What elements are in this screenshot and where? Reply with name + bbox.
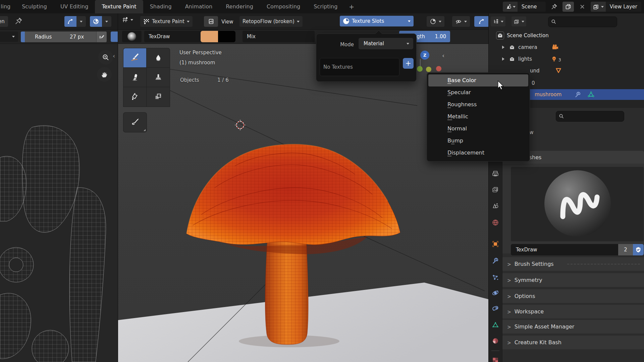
workspace-tab-compositing[interactable]: Compositing	[260, 0, 307, 13]
gizmo-axis-ball[interactable]	[436, 66, 441, 71]
tab-scene-icon[interactable]	[492, 202, 499, 209]
tab-modifiers-icon[interactable]	[492, 257, 499, 264]
pan-button[interactable]	[97, 67, 112, 82]
properties-search-input[interactable]	[566, 113, 621, 119]
blend-mode-dropdown[interactable]: Mix	[243, 31, 315, 42]
editor-type-dropdown[interactable]	[121, 16, 133, 23]
properties-search[interactable]	[556, 111, 624, 122]
gizmo-z-axis[interactable]: Z	[420, 51, 429, 60]
tool-draw-brush[interactable]	[123, 48, 147, 68]
scene-selector[interactable]: Scene	[503, 2, 546, 12]
texture-slots-dropdown[interactable]: Texture Slots	[340, 16, 414, 26]
tool-fill[interactable]	[123, 87, 147, 107]
pin-scene-button[interactable]	[548, 2, 560, 12]
scene-name[interactable]: Scene	[518, 4, 546, 10]
tool-annotate[interactable]	[123, 113, 147, 132]
retopoflow-dropdown[interactable]: RetopoFlow (broken)	[239, 16, 303, 27]
outliner-display-mode-dropdown[interactable]	[491, 16, 505, 26]
new-scene-button[interactable]	[562, 2, 574, 12]
menu-item-roughness[interactable]: Roughness	[428, 99, 528, 111]
workspace-tab-sculpting[interactable]: Sculpting	[15, 0, 54, 13]
menu-item-displacement[interactable]: Displacement	[428, 147, 528, 159]
panel-simple-asset-manager[interactable]: > Simple Asset Manager	[502, 319, 644, 334]
material-mode-select[interactable]: Material	[359, 38, 413, 49]
disclosure-arrow-icon[interactable]	[502, 57, 504, 61]
tab-material-icon[interactable]	[492, 337, 499, 345]
tool-smear[interactable]	[123, 68, 147, 87]
gizmo-x-axis[interactable]	[426, 67, 431, 72]
tab-particles-icon[interactable]	[492, 274, 499, 281]
texture-slots-list[interactable]: No Textures	[320, 58, 399, 76]
tab-view-layer-icon[interactable]	[492, 186, 499, 193]
zoom-button[interactable]	[98, 50, 113, 65]
menu-item-specular[interactable]: Specular	[428, 86, 528, 99]
panel-workspace[interactable]: > Workspace	[502, 304, 644, 318]
scene-icon	[505, 3, 512, 10]
add-texture-button[interactable]: +	[403, 58, 414, 69]
menu-item-normal[interactable]: Normal	[428, 123, 528, 135]
brush-preview-box[interactable]	[511, 167, 644, 241]
brush-falloff-dropdown[interactable]	[427, 16, 444, 27]
workspace-tab-scripting[interactable]: Scripting	[307, 0, 344, 13]
brush-dropdown[interactable]	[0, 32, 18, 42]
workspace-tab-animation[interactable]: Animation	[178, 0, 219, 13]
brush-users-count[interactable]: 2	[618, 244, 633, 255]
pressure-toggle[interactable]	[96, 32, 107, 42]
panel-options[interactable]: > Options	[502, 289, 644, 303]
outliner-search-input[interactable]	[558, 19, 614, 25]
collapse-sidebar-arrow[interactable]: ‹	[113, 52, 115, 59]
tab-object-icon[interactable]	[492, 240, 499, 248]
gizmo-y-axis[interactable]	[417, 66, 423, 72]
view-menu[interactable]: View	[221, 19, 233, 25]
mode-dropdown[interactable]: Texture Paint	[140, 16, 193, 27]
pin-icon[interactable]	[14, 17, 23, 25]
radius-slider[interactable]: Radius 27 px	[21, 32, 107, 42]
workspace-tab-shading[interactable]: Shading	[143, 0, 178, 13]
panel-creature-kit-bash[interactable]: > Creature Kit Bash	[502, 335, 644, 349]
menu-item-bump[interactable]: Bump	[428, 135, 528, 147]
image-editor-canvas[interactable]	[0, 44, 118, 362]
row-scene-collection[interactable]: Scene Collection	[489, 31, 644, 41]
menu-item-base-color[interactable]: Base Color	[428, 74, 528, 86]
add-workspace-button[interactable]: +	[344, 0, 359, 13]
tab-constraints-icon[interactable]	[492, 305, 499, 312]
falloff-shape-dropdown[interactable]	[90, 16, 111, 27]
row-camera-collection[interactable]: camera	[489, 42, 644, 52]
outliner-search[interactable]	[548, 16, 617, 27]
workspace-tab-rendering[interactable]: Rendering	[219, 0, 260, 13]
tab-texture-icon[interactable]	[492, 357, 499, 362]
row-lights-collection[interactable]: lights 3	[489, 54, 644, 64]
delete-scene-button[interactable]	[577, 2, 588, 12]
brush-name-field[interactable]: TexDraw	[144, 31, 203, 42]
outliner-filter-dropdown[interactable]	[512, 16, 526, 26]
menu-item-metallic[interactable]: Metallic	[428, 111, 528, 123]
tab-output-icon[interactable]	[492, 170, 499, 177]
image-editor-truncated-menu[interactable]: en	[0, 16, 8, 27]
brush-thumbnail-button[interactable]	[122, 31, 142, 42]
tab-object-data-icon[interactable]	[492, 321, 499, 328]
panel-brush-settings[interactable]: > Brush Settings	[502, 257, 644, 271]
mode-label: Mode	[316, 39, 354, 50]
viewport-sidebar-collapse-arrow[interactable]: ‹	[442, 52, 444, 59]
tool-clone[interactable]	[147, 68, 170, 87]
proportional-edit-toggle[interactable]	[474, 16, 489, 27]
view-layer-name[interactable]: View Layer	[606, 4, 641, 10]
tab-world-icon[interactable]	[492, 219, 499, 226]
strength-slider-clipped[interactable]	[111, 32, 118, 42]
paint-mask-dropdown[interactable]	[452, 16, 470, 27]
workspace-tab-texture-paint[interactable]: Texture Paint	[95, 0, 143, 13]
fake-user-toggle[interactable]	[633, 244, 644, 255]
view-layer-selector[interactable]: View Layer	[591, 2, 641, 12]
panel-symmetry[interactable]: > Symmetry	[502, 273, 644, 287]
tab-physics-icon[interactable]	[492, 289, 499, 297]
image-paint-toggle[interactable]	[204, 16, 218, 27]
workspace-tab-modeling[interactable]: ling	[0, 0, 15, 13]
disclosure-arrow-icon[interactable]	[502, 46, 504, 49]
secondary-color-swatch[interactable]	[218, 31, 235, 42]
brush-name-input[interactable]: TexDraw	[511, 244, 618, 255]
tool-mask[interactable]	[147, 87, 170, 107]
workspace-tab-uv-editing[interactable]: UV Editing	[54, 0, 95, 13]
primary-color-swatch[interactable]	[201, 31, 218, 42]
tool-soften[interactable]	[147, 48, 170, 68]
falloff-curve-dropdown[interactable]	[64, 16, 86, 27]
